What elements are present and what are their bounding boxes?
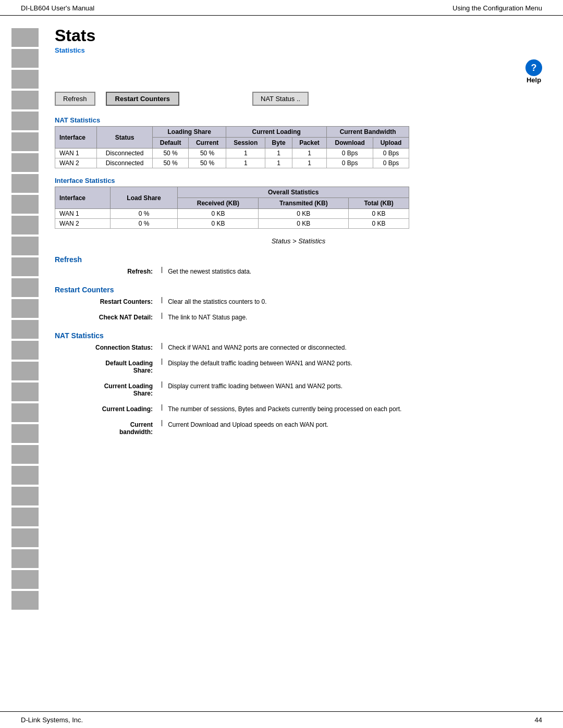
interface-statistics-table: Interface Load Share Overall Statistics … — [55, 187, 409, 229]
current-loading-label: Current Loading: — [55, 403, 159, 415]
sidebar-block-6 — [11, 132, 39, 151]
iface-sub-transmitted: Transmited (KB) — [259, 198, 349, 209]
col-current-bandwidth: Current Bandwidth — [327, 127, 409, 138]
nat-status-button[interactable]: NAT Status .. — [252, 92, 309, 106]
iface-load-share-1: 0 % — [110, 209, 178, 219]
sidebar-block-16 — [11, 341, 39, 360]
connection-value: Check if WAN1 and WAN2 ports are connect… — [165, 342, 542, 353]
nat-upload-2: 0 Bps — [373, 158, 409, 168]
nat-download-1: 0 Bps — [327, 149, 373, 158]
nat-packet-2: 1 — [292, 158, 327, 168]
refresh-heading: Refresh — [55, 255, 542, 264]
footer-right: 44 — [535, 716, 542, 724]
divider-row-2 — [55, 353, 542, 357]
iface-table-row-1: WAN 1 0 % 0 KB 0 KB 0 KB — [55, 209, 409, 219]
default-loading-row: Default LoadingShare: | Display the defa… — [55, 357, 542, 376]
iface-col-load-share: Load Share — [110, 187, 178, 209]
divider-row-3 — [55, 376, 542, 380]
nat-statistics-table: Interface Status Loading Share Current L… — [55, 126, 409, 168]
nat-default-1: 50 % — [153, 149, 189, 158]
sub-col-default: Default — [153, 138, 189, 149]
iface-total-2: 0 KB — [349, 219, 409, 229]
connection-label: Connection Status: — [55, 342, 159, 353]
iface-interface-1: WAN 1 — [55, 209, 111, 219]
restart-heading: Restart Counters — [55, 286, 542, 294]
footer-left: D-Link Systems, Inc. — [21, 716, 83, 724]
divider-row-1 — [55, 307, 542, 312]
help-label: Help — [527, 76, 541, 84]
sidebar-block-9 — [11, 195, 39, 214]
default-loading-value: Display the default traffic loading betw… — [165, 357, 542, 376]
sidebar-block-10 — [11, 216, 39, 235]
sidebar-block-18 — [11, 382, 39, 401]
sidebar-block-19 — [11, 403, 39, 422]
default-loading-label: Default LoadingShare: — [55, 357, 159, 376]
nat-interface-2: WAN 2 — [55, 158, 97, 168]
current-bw-label: Currentbandwidth: — [55, 419, 159, 438]
help-area: ? Help — [55, 59, 542, 84]
sidebar-block-2 — [11, 49, 39, 68]
col-current-loading: Current Loading — [226, 127, 327, 138]
nat-check-label: Check NAT Detail: — [55, 312, 159, 323]
restart-separator: | — [159, 296, 165, 307]
sidebar-block-26 — [11, 549, 39, 568]
iface-received-1: 0 KB — [178, 209, 259, 219]
divider-row-4 — [55, 399, 542, 403]
iface-total-1: 0 KB — [349, 209, 409, 219]
sidebar-block-4 — [11, 91, 39, 109]
nat-status-2: Disconnected — [97, 158, 153, 168]
iface-load-share-2: 0 % — [110, 219, 178, 229]
nat-byte-1: 1 — [265, 149, 292, 158]
sidebar-block-17 — [11, 362, 39, 380]
refresh-desc-table: Refresh: | Get the newest statistics dat… — [55, 266, 542, 277]
nat-table-row-1: WAN 1 Disconnected 50 % 50 % 1 1 1 0 Bps… — [55, 149, 409, 158]
iface-sub-received: Received (KB) — [178, 198, 259, 209]
nat-interface-1: WAN 1 — [55, 149, 97, 158]
nat-session-1: 1 — [226, 149, 265, 158]
col-loading-share: Loading Share — [153, 127, 226, 138]
sidebar-block-21 — [11, 445, 39, 464]
nat-current-2: 50 % — [189, 158, 226, 168]
restart-desc-table: Restart Counters: | Clear all the statis… — [55, 296, 542, 323]
sub-col-upload: Upload — [373, 138, 409, 149]
refresh-button[interactable]: Refresh — [55, 92, 95, 106]
sub-col-byte: Byte — [265, 138, 292, 149]
nat-current-1: 50 % — [189, 149, 226, 158]
nat-upload-1: 0 Bps — [373, 149, 409, 158]
table-caption: Status > Statistics — [55, 237, 542, 245]
refresh-separator: | — [159, 266, 165, 277]
help-button[interactable]: ? Help — [525, 59, 542, 84]
restart-counters-button[interactable]: Restart Counters — [106, 92, 179, 106]
sidebar-block-5 — [11, 112, 39, 130]
page-subtitle: Statistics — [55, 46, 542, 54]
sidebar-block-22 — [11, 466, 39, 485]
current-loading-share-row: Current LoadingShare: | Display current … — [55, 380, 542, 399]
iface-received-2: 0 KB — [178, 219, 259, 229]
header-left: DI-LB604 User's Manual — [21, 4, 94, 12]
sub-col-session: Session — [226, 138, 265, 149]
nat-statistics-heading: NAT Statistics — [55, 116, 542, 124]
divider-row-5 — [55, 415, 542, 419]
current-bw-row: Currentbandwidth: | Current Download and… — [55, 419, 542, 438]
sidebar-block-20 — [11, 424, 39, 443]
nat-session-2: 1 — [226, 158, 265, 168]
col-status: Status — [97, 127, 153, 149]
sidebar-block-15 — [11, 320, 39, 339]
sidebar-block-11 — [11, 237, 39, 255]
connection-separator: | — [159, 342, 165, 353]
nat-packet-1: 1 — [292, 149, 327, 158]
current-loading-row: Current Loading: | The number of session… — [55, 403, 542, 415]
descriptions-section: Refresh Refresh: | Get the newest statis… — [55, 255, 542, 438]
sidebar-block-7 — [11, 153, 39, 172]
nat-default-2: 50 % — [153, 158, 189, 168]
iface-table-row-2: WAN 2 0 % 0 KB 0 KB 0 KB — [55, 219, 409, 229]
sidebar-block-27 — [11, 570, 39, 589]
toolbar: Refresh Restart Counters NAT Status .. — [55, 92, 542, 106]
nat-stats-heading: NAT Statistics — [55, 331, 542, 340]
sidebar-block-13 — [11, 278, 39, 297]
current-loading-share-label: Current LoadingShare: — [55, 380, 159, 399]
current-bw-value: Current Download and Upload speeds on ea… — [165, 419, 542, 438]
connection-row: Connection Status: | Check if WAN1 and W… — [55, 342, 542, 353]
refresh-value: Get the newest statistics data. — [165, 266, 542, 277]
interface-statistics-heading: Interface Statistics — [55, 177, 542, 184]
